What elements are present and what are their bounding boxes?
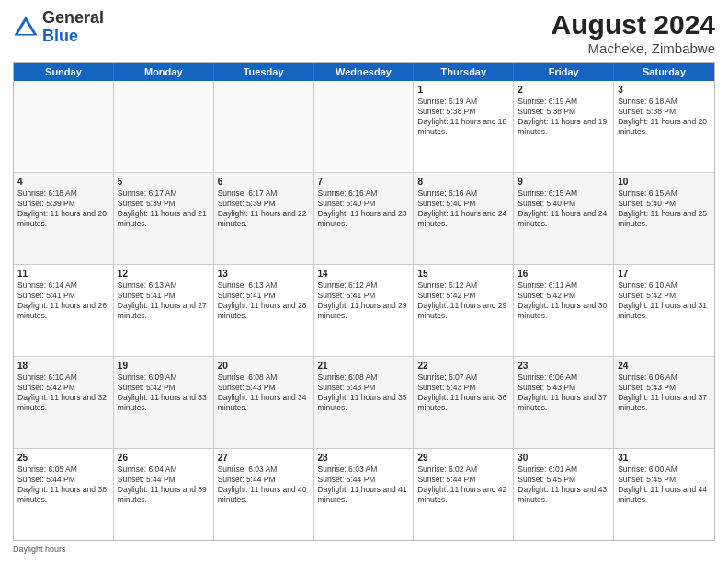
daylight-text: Daylight: 11 hours and 33 minutes. [118, 393, 207, 412]
day-number: 19 [118, 360, 210, 372]
daylight-text: Daylight: 11 hours and 24 minutes. [518, 209, 607, 228]
sunrise-text: Sunrise: 6:17 AM [218, 189, 278, 198]
header-friday: Friday [514, 63, 614, 81]
sunset-text: Sunset: 5:44 PM [417, 475, 475, 484]
header-monday: Monday [114, 63, 214, 81]
sunrise-text: Sunrise: 6:03 AM [218, 465, 278, 474]
sunrise-text: Sunrise: 6:15 AM [518, 189, 577, 198]
sunrise-text: Sunrise: 6:06 AM [518, 373, 577, 382]
calendar-cell: 3Sunrise: 6:18 AMSunset: 5:38 PMDaylight… [614, 81, 714, 172]
daylight-text: Daylight: 11 hours and 28 minutes. [218, 301, 307, 320]
day-number: 15 [417, 268, 509, 280]
calendar-body: 1Sunrise: 6:19 AMSunset: 5:38 PMDaylight… [14, 81, 714, 540]
daylight-text: Daylight: 11 hours and 25 minutes. [618, 209, 707, 228]
daylight-text: Daylight: 11 hours and 42 minutes. [417, 485, 506, 504]
day-number: 28 [318, 452, 410, 464]
daylight-text: Daylight: 11 hours and 43 minutes. [518, 485, 607, 504]
calendar-cell: 18Sunrise: 6:10 AMSunset: 5:42 PMDayligh… [14, 357, 114, 448]
calendar-cell: 11Sunrise: 6:14 AMSunset: 5:41 PMDayligh… [14, 265, 114, 356]
day-number: 2 [518, 84, 609, 96]
calendar-cell [14, 81, 114, 172]
sunrise-text: Sunrise: 6:19 AM [518, 97, 577, 106]
footer: Daylight hours [13, 545, 715, 554]
sunset-text: Sunset: 5:38 PM [518, 107, 575, 116]
sunrise-text: Sunrise: 6:07 AM [417, 373, 477, 382]
calendar-cell: 23Sunrise: 6:06 AMSunset: 5:43 PMDayligh… [514, 357, 614, 448]
daylight-text: Daylight: 11 hours and 30 minutes. [518, 301, 607, 320]
calendar-cell: 10Sunrise: 6:15 AMSunset: 5:40 PMDayligh… [614, 173, 714, 264]
calendar-cell: 1Sunrise: 6:19 AMSunset: 5:38 PMDaylight… [414, 81, 514, 172]
calendar-cell: 24Sunrise: 6:06 AMSunset: 5:43 PMDayligh… [614, 357, 714, 448]
daylight-text: Daylight: 11 hours and 35 minutes. [318, 393, 407, 412]
day-number: 30 [518, 452, 609, 464]
month-year-title: August 2024 [552, 9, 715, 40]
sunrise-text: Sunrise: 6:13 AM [118, 281, 177, 290]
daylight-text: Daylight: 11 hours and 37 minutes. [518, 393, 607, 412]
calendar-cell: 25Sunrise: 6:05 AMSunset: 5:44 PMDayligh… [14, 449, 114, 540]
sunrise-text: Sunrise: 6:03 AM [318, 465, 378, 474]
day-number: 26 [118, 452, 210, 464]
sunrise-text: Sunrise: 6:10 AM [17, 373, 77, 382]
sunset-text: Sunset: 5:41 PM [118, 291, 176, 300]
sunrise-text: Sunrise: 6:06 AM [618, 373, 677, 382]
sunset-text: Sunset: 5:42 PM [17, 383, 75, 392]
sunrise-text: Sunrise: 6:11 AM [518, 281, 577, 290]
sunrise-text: Sunrise: 6:19 AM [417, 97, 477, 106]
daylight-text: Daylight: 11 hours and 27 minutes. [118, 301, 207, 320]
day-number: 10 [618, 176, 711, 188]
sunrise-text: Sunrise: 6:05 AM [17, 465, 77, 474]
sunset-text: Sunset: 5:42 PM [618, 291, 676, 300]
day-number: 27 [218, 452, 310, 464]
calendar-row: 1Sunrise: 6:19 AMSunset: 5:38 PMDaylight… [14, 81, 714, 172]
sunset-text: Sunset: 5:43 PM [417, 383, 475, 392]
calendar-cell: 14Sunrise: 6:12 AMSunset: 5:41 PMDayligh… [314, 265, 415, 356]
daylight-text: Daylight: 11 hours and 44 minutes. [618, 485, 707, 504]
calendar-cell [214, 81, 314, 172]
calendar-row: 4Sunrise: 6:18 AMSunset: 5:39 PMDaylight… [14, 172, 714, 264]
sunset-text: Sunset: 5:39 PM [118, 199, 176, 208]
sunset-text: Sunset: 5:45 PM [618, 475, 676, 484]
calendar-cell: 28Sunrise: 6:03 AMSunset: 5:44 PMDayligh… [314, 449, 415, 540]
sunrise-text: Sunrise: 6:08 AM [318, 373, 378, 382]
sunset-text: Sunset: 5:41 PM [218, 291, 276, 300]
day-number: 20 [218, 360, 310, 372]
sunset-text: Sunset: 5:38 PM [417, 107, 475, 116]
sunset-text: Sunset: 5:40 PM [618, 199, 676, 208]
daylight-text: Daylight: 11 hours and 41 minutes. [318, 485, 407, 504]
daylight-text: Daylight: 11 hours and 23 minutes. [318, 209, 407, 228]
sunrise-text: Sunrise: 6:13 AM [218, 281, 278, 290]
sunrise-text: Sunrise: 6:01 AM [518, 465, 577, 474]
calendar-cell: 7Sunrise: 6:16 AMSunset: 5:40 PMDaylight… [314, 173, 415, 264]
calendar-cell: 15Sunrise: 6:12 AMSunset: 5:42 PMDayligh… [414, 265, 514, 356]
calendar-cell: 5Sunrise: 6:17 AMSunset: 5:39 PMDaylight… [114, 173, 214, 264]
day-number: 12 [118, 268, 210, 280]
calendar-cell: 27Sunrise: 6:03 AMSunset: 5:44 PMDayligh… [214, 449, 314, 540]
sunset-text: Sunset: 5:43 PM [218, 383, 276, 392]
sunset-text: Sunset: 5:39 PM [17, 199, 75, 208]
daylight-text: Daylight: 11 hours and 31 minutes. [618, 301, 707, 320]
calendar-cell: 29Sunrise: 6:02 AMSunset: 5:44 PMDayligh… [414, 449, 514, 540]
day-number: 3 [618, 84, 711, 96]
daylight-text: Daylight: 11 hours and 18 minutes. [417, 117, 506, 136]
sunset-text: Sunset: 5:40 PM [518, 199, 575, 208]
daylight-text: Daylight: 11 hours and 29 minutes. [318, 301, 407, 320]
calendar-cell: 17Sunrise: 6:10 AMSunset: 5:42 PMDayligh… [614, 265, 714, 356]
day-number: 11 [17, 268, 109, 280]
sunset-text: Sunset: 5:43 PM [318, 383, 376, 392]
day-number: 31 [618, 452, 711, 464]
day-number: 18 [17, 360, 109, 372]
calendar-row: 11Sunrise: 6:14 AMSunset: 5:41 PMDayligh… [14, 264, 714, 356]
logo-text: General Blue [42, 9, 104, 46]
daylight-text: Daylight: 11 hours and 38 minutes. [17, 485, 107, 504]
daylight-text: Daylight: 11 hours and 36 minutes. [417, 393, 506, 412]
day-number: 8 [417, 176, 509, 188]
sunset-text: Sunset: 5:40 PM [318, 199, 376, 208]
header-wednesday: Wednesday [314, 63, 415, 81]
sunrise-text: Sunrise: 6:12 AM [318, 281, 378, 290]
calendar-cell: 9Sunrise: 6:15 AMSunset: 5:40 PMDaylight… [514, 173, 614, 264]
day-number: 9 [518, 176, 609, 188]
sunset-text: Sunset: 5:45 PM [518, 475, 575, 484]
sunset-text: Sunset: 5:39 PM [218, 199, 276, 208]
sunrise-text: Sunrise: 6:18 AM [618, 97, 677, 106]
daylight-text: Daylight: 11 hours and 20 minutes. [17, 209, 107, 228]
